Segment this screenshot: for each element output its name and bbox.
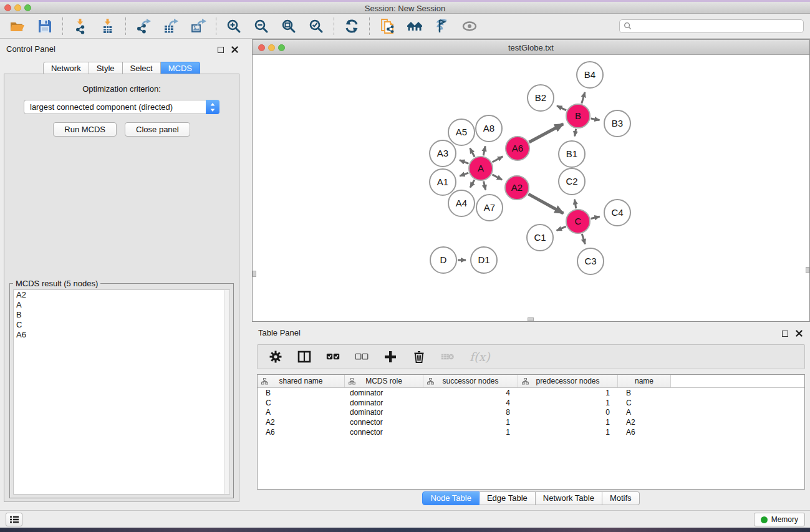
automation-panel-button[interactable]: [6, 513, 22, 526]
zoom-in-icon[interactable]: [225, 17, 243, 35]
list-icon: [9, 515, 19, 524]
export-image-icon[interactable]: [190, 17, 207, 35]
mcds-result-item: A6: [14, 330, 229, 340]
mcds-result-list[interactable]: A2ABCA6: [13, 289, 230, 495]
graph-node-label: A7: [484, 202, 495, 213]
close-panel-button[interactable]: Close panel: [125, 122, 190, 137]
import-table-icon[interactable]: [99, 17, 117, 35]
fx-icon: f(x): [470, 350, 490, 364]
table-cell: 1: [423, 418, 518, 427]
edge-C-C1: [557, 226, 566, 230]
add-column-icon[interactable]: [383, 350, 397, 364]
session-title: Session: New Session: [0, 4, 810, 13]
control-panel: Control Panel NetworkStyleSelectMCDS Opt…: [0, 39, 243, 508]
table-row[interactable]: Adominator80A: [258, 408, 804, 418]
float-panel-icon[interactable]: [218, 47, 224, 53]
show-hide-details-icon[interactable]: [461, 17, 478, 35]
network-graph: B4B2BB3A8A5A6A3B1AA1C2A2A4A7C4CC1C3DD1: [253, 55, 809, 321]
table-cell: 1: [423, 428, 518, 437]
graph-node-label: C4: [611, 207, 623, 218]
result-list-scrollbar[interactable]: [224, 290, 229, 494]
canvas-vscroll-indicator[interactable]: [253, 271, 256, 277]
zoom-out-icon[interactable]: [253, 17, 270, 35]
column-header-predecessor-nodes[interactable]: predecessor nodes: [518, 375, 618, 387]
dropdown-stepper-icon: [206, 100, 219, 114]
column-header-successor-nodes[interactable]: successor nodes: [423, 375, 518, 387]
table-tab-node-table[interactable]: Node Table: [422, 491, 480, 505]
graph-node-label: C: [575, 216, 582, 226]
network-window-titlebar[interactable]: testGlobe.txt: [253, 40, 809, 55]
zoom-selected-icon[interactable]: [307, 17, 325, 35]
edge-A-A6: [492, 157, 503, 162]
delete-column-icon[interactable]: [412, 350, 426, 364]
node-table-body: Bdominator41BCdominator41CAdominator80AA…: [258, 388, 804, 437]
new-session-icon[interactable]: [378, 17, 396, 35]
table-row[interactable]: A6connector11A6: [258, 427, 804, 437]
close-panel-icon[interactable]: [231, 44, 238, 56]
table-row[interactable]: Cdominator41C: [258, 398, 804, 408]
optimization-criterion-dropdown[interactable]: largest connected component (directed): [24, 100, 219, 114]
select-all-icon[interactable]: [326, 350, 340, 364]
table-row[interactable]: Bdominator41B: [258, 388, 804, 398]
graph-node-label: B3: [612, 118, 623, 128]
node-table: shared nameMCDS rolesuccessor nodesprede…: [257, 374, 805, 490]
table-tab-edge-table[interactable]: Edge Table: [480, 491, 536, 505]
table-tab-motifs[interactable]: Motifs: [602, 491, 640, 505]
network-canvas[interactable]: B4B2BB3A8A5A6A3B1AA1C2A2A4A7C4CC1C3DD1: [253, 55, 809, 321]
edge-A-A4: [470, 180, 475, 187]
apply-layout-icon[interactable]: [343, 17, 360, 35]
table-cell: 1: [518, 428, 618, 437]
open-session-icon[interactable]: [9, 17, 26, 35]
graph-node-label: B: [575, 110, 581, 121]
graph-node-label: D: [440, 254, 447, 265]
memory-button[interactable]: Memory: [754, 513, 805, 526]
import-network-icon[interactable]: [72, 17, 89, 35]
table-cell: 4: [423, 399, 518, 407]
delete-table-icon: [441, 350, 455, 364]
canvas-hscroll-indicator[interactable]: [528, 317, 534, 321]
edge-B-B2: [557, 106, 566, 110]
table-toolbar: f(x): [257, 344, 805, 369]
save-session-icon[interactable]: [36, 17, 54, 35]
table-float-panel-icon[interactable]: [782, 331, 788, 337]
toolbar-separator: [334, 17, 334, 35]
network-window-title: testGlobe.txt: [253, 43, 809, 52]
table-cell: connector: [345, 428, 423, 437]
graph-node-label: A3: [437, 148, 448, 158]
graph-node-label: A: [478, 163, 484, 173]
gear-icon[interactable]: [269, 350, 282, 364]
toggle-graphics-details-icon[interactable]: [433, 17, 451, 35]
edge-B-B4: [582, 92, 585, 104]
column-split-icon[interactable]: [297, 350, 311, 364]
table-cell: dominator: [345, 389, 423, 397]
edge-C-C4: [591, 216, 599, 218]
search-input[interactable]: [634, 22, 799, 31]
graph-node-label: C2: [566, 176, 577, 186]
search-box[interactable]: [619, 19, 804, 33]
column-header-MCDS-role[interactable]: MCDS role: [345, 375, 423, 387]
table-row[interactable]: A2connector11A2: [258, 417, 804, 427]
table-cell: A6: [258, 428, 345, 437]
deselect-all-icon[interactable]: [355, 350, 369, 364]
column-header-shared-name[interactable]: shared name: [258, 375, 345, 387]
edge-A2-C: [528, 194, 563, 213]
export-network-icon[interactable]: [135, 17, 152, 35]
home-icon[interactable]: [406, 17, 423, 35]
table-cell: A2: [618, 418, 671, 427]
canvas-vscroll-indicator-right[interactable]: [806, 267, 809, 273]
toolbar-separator: [216, 17, 216, 35]
edge-A-A7: [484, 181, 486, 190]
table-close-panel-icon[interactable]: [796, 328, 803, 339]
edge-A-A5: [470, 148, 475, 157]
export-table-icon[interactable]: [162, 17, 180, 35]
graph-node-label: A4: [456, 198, 467, 208]
zoom-fit-icon[interactable]: [280, 17, 297, 35]
table-cell: B: [258, 389, 345, 397]
table-tab-network-table[interactable]: Network Table: [536, 491, 602, 505]
table-cell: A6: [618, 428, 671, 437]
run-mcds-button[interactable]: Run MCDS: [53, 122, 117, 137]
edge-A6-B: [529, 124, 564, 142]
edge-C-C2: [574, 200, 576, 209]
column-header-name[interactable]: name: [618, 375, 671, 387]
status-bar: Memory: [0, 510, 810, 528]
